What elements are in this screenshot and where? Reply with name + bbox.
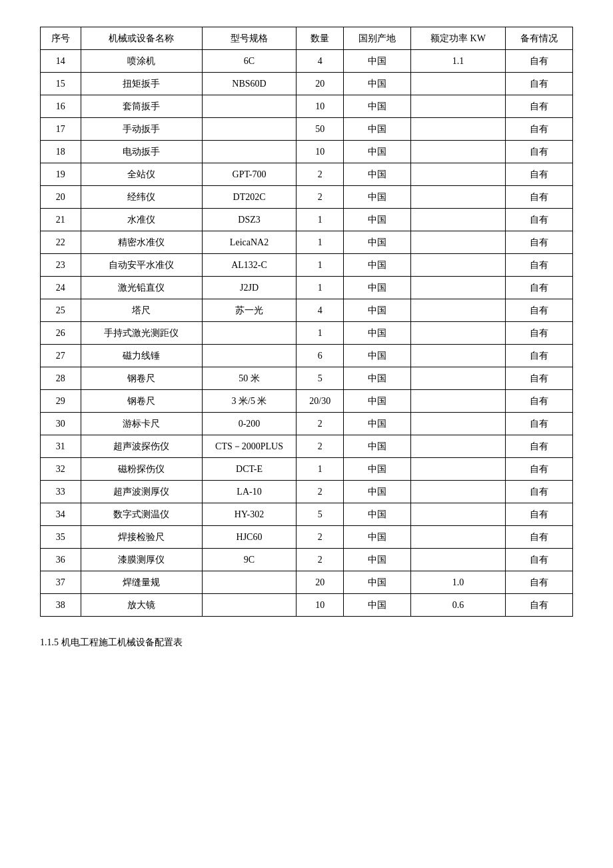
cell-seq: 24	[41, 277, 81, 299]
cell-name: 精密水准仪	[81, 231, 202, 254]
cell-power	[411, 390, 506, 413]
cell-origin: 中国	[344, 141, 411, 163]
cell-model	[202, 322, 297, 345]
cell-origin: 中国	[344, 254, 411, 277]
cell-model	[202, 345, 297, 367]
table-row: 28钢卷尺50 米5中国自有	[41, 367, 573, 390]
header-qty: 数量	[297, 27, 344, 50]
cell-name: 喷涂机	[81, 50, 202, 73]
cell-status: 自有	[505, 163, 572, 186]
cell-origin: 中国	[344, 435, 411, 458]
footer-section-title: 1.1.5 机电工程施工机械设备配置表	[40, 637, 573, 649]
cell-qty: 1	[297, 231, 344, 254]
cell-status: 自有	[505, 231, 572, 254]
cell-power	[411, 277, 506, 299]
cell-status: 自有	[505, 141, 572, 163]
cell-name: 塔尺	[81, 299, 202, 322]
cell-qty: 2	[297, 413, 344, 435]
cell-model: GPT-700	[202, 163, 297, 186]
table-row: 30游标卡尺0-2002中国自有	[41, 413, 573, 435]
cell-model: DT202C	[202, 186, 297, 209]
cell-origin: 中国	[344, 458, 411, 481]
cell-origin: 中国	[344, 549, 411, 571]
cell-model: HJC60	[202, 526, 297, 549]
cell-model	[202, 118, 297, 141]
cell-model: 苏一光	[202, 299, 297, 322]
cell-seq: 37	[41, 571, 81, 594]
cell-name: 水准仪	[81, 209, 202, 231]
cell-name: 自动安平水准仪	[81, 254, 202, 277]
table-row: 37焊缝量规20中国1.0自有	[41, 571, 573, 594]
table-row: 27磁力线锤6中国自有	[41, 345, 573, 367]
cell-status: 自有	[505, 594, 572, 617]
cell-power	[411, 118, 506, 141]
cell-status: 自有	[505, 50, 572, 73]
cell-seq: 17	[41, 118, 81, 141]
cell-model: DSZ3	[202, 209, 297, 231]
table-row: 14喷涂机6C4中国1.1自有	[41, 50, 573, 73]
cell-qty: 2	[297, 526, 344, 549]
cell-power	[411, 526, 506, 549]
cell-power	[411, 345, 506, 367]
cell-power	[411, 367, 506, 390]
table-row: 16套筒扳手10中国自有	[41, 95, 573, 118]
cell-name: 焊接检验尺	[81, 526, 202, 549]
cell-model: LeicaNA2	[202, 231, 297, 254]
table-row: 33超声波测厚仪LA-102中国自有	[41, 481, 573, 503]
cell-status: 自有	[505, 526, 572, 549]
cell-name: 手动扳手	[81, 118, 202, 141]
cell-origin: 中国	[344, 95, 411, 118]
table-header-row: 序号 机械或设备名称 型号规格 数量 国别产地 额定功率 KW 备有情况	[41, 27, 573, 50]
cell-model: CTS－2000PLUS	[202, 435, 297, 458]
cell-origin: 中国	[344, 481, 411, 503]
cell-origin: 中国	[344, 345, 411, 367]
cell-seq: 23	[41, 254, 81, 277]
cell-qty: 2	[297, 481, 344, 503]
cell-model: 0-200	[202, 413, 297, 435]
cell-name: 放大镜	[81, 594, 202, 617]
cell-status: 自有	[505, 254, 572, 277]
cell-qty: 1	[297, 322, 344, 345]
cell-power: 1.0	[411, 571, 506, 594]
cell-name: 激光铅直仪	[81, 277, 202, 299]
cell-status: 自有	[505, 73, 572, 95]
cell-seq: 14	[41, 50, 81, 73]
table-row: 26手持式激光测距仪1中国自有	[41, 322, 573, 345]
cell-status: 自有	[505, 549, 572, 571]
table-row: 18电动扳手10中国自有	[41, 141, 573, 163]
cell-power	[411, 95, 506, 118]
equipment-table: 序号 机械或设备名称 型号规格 数量 国别产地 额定功率 KW 备有情况 14喷…	[40, 27, 573, 617]
cell-origin: 中国	[344, 163, 411, 186]
cell-model: 9C	[202, 549, 297, 571]
cell-qty: 2	[297, 163, 344, 186]
cell-power	[411, 503, 506, 526]
cell-name: 套筒扳手	[81, 95, 202, 118]
header-power: 额定功率 KW	[411, 27, 506, 50]
cell-origin: 中国	[344, 571, 411, 594]
cell-seq: 22	[41, 231, 81, 254]
cell-origin: 中国	[344, 50, 411, 73]
cell-power	[411, 299, 506, 322]
cell-power	[411, 458, 506, 481]
cell-origin: 中国	[344, 390, 411, 413]
equipment-table-container: 序号 机械或设备名称 型号规格 数量 国别产地 额定功率 KW 备有情况 14喷…	[40, 27, 573, 617]
cell-qty: 1	[297, 277, 344, 299]
table-row: 17手动扳手50中国自有	[41, 118, 573, 141]
cell-seq: 35	[41, 526, 81, 549]
cell-qty: 10	[297, 95, 344, 118]
cell-seq: 25	[41, 299, 81, 322]
cell-qty: 4	[297, 50, 344, 73]
cell-power	[411, 141, 506, 163]
cell-origin: 中国	[344, 526, 411, 549]
cell-seq: 16	[41, 95, 81, 118]
cell-qty: 2	[297, 435, 344, 458]
table-row: 21水准仪DSZ31中国自有	[41, 209, 573, 231]
cell-model: HY-302	[202, 503, 297, 526]
table-row: 34数字式测温仪HY-3025中国自有	[41, 503, 573, 526]
cell-model	[202, 141, 297, 163]
cell-name: 游标卡尺	[81, 413, 202, 435]
cell-power	[411, 322, 506, 345]
cell-seq: 19	[41, 163, 81, 186]
cell-qty: 50	[297, 118, 344, 141]
cell-status: 自有	[505, 367, 572, 390]
